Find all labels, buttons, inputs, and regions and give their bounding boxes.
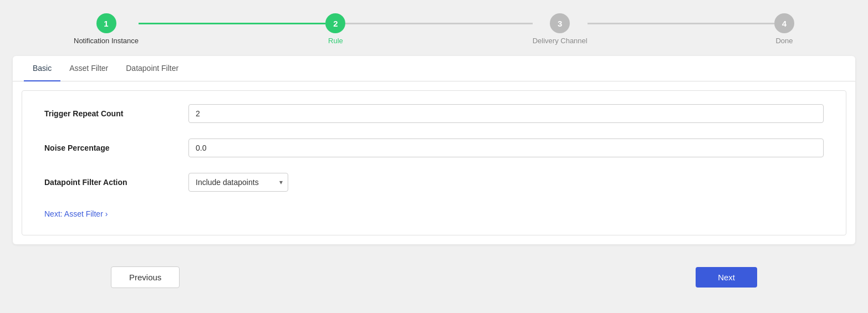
form-section: Trigger Repeat Count Noise Percentage Da…: [22, 90, 846, 235]
step-line-1: [139, 23, 325, 24]
tabs: Basic Asset Filter Datapoint Filter: [13, 56, 855, 81]
datapoint-filter-select[interactable]: Include datapoints Exclude datapoints: [188, 173, 288, 192]
step-line-2: [345, 23, 532, 24]
noise-percentage-row: Noise Percentage: [44, 138, 824, 157]
trigger-repeat-label: Trigger Repeat Count: [44, 109, 188, 118]
chevron-right-icon: ›: [105, 209, 108, 218]
next-button[interactable]: Next: [696, 267, 757, 288]
step-2-number: 2: [333, 19, 338, 28]
step-2-circle: 2: [325, 13, 345, 33]
step-4-circle: 4: [774, 13, 794, 33]
step-1-circle: 1: [96, 13, 116, 33]
step-3-number: 3: [558, 19, 562, 28]
noise-percentage-label: Noise Percentage: [44, 143, 188, 152]
step-1-label: Notification Instance: [74, 37, 139, 45]
card: Basic Asset Filter Datapoint Filter Trig…: [13, 56, 855, 244]
previous-button[interactable]: Previous: [111, 266, 180, 288]
datapoint-filter-action-label: Datapoint Filter Action: [44, 178, 188, 187]
step-3-label: Delivery Channel: [533, 37, 588, 45]
step-4-number: 4: [782, 19, 787, 28]
main-content: Basic Asset Filter Datapoint Filter Trig…: [0, 56, 868, 244]
step-1-number: 1: [104, 19, 108, 28]
tab-asset-filter[interactable]: Asset Filter: [60, 56, 117, 81]
step-3: 3 Delivery Channel: [533, 13, 588, 45]
stepper: 1 Notification Instance 2 Rule 3 Deliver…: [74, 13, 794, 45]
step-2: 2 Rule: [325, 13, 345, 45]
step-4-label: Done: [775, 37, 793, 45]
trigger-repeat-row: Trigger Repeat Count: [44, 104, 824, 123]
tab-datapoint-filter[interactable]: Datapoint Filter: [117, 56, 187, 81]
next-asset-filter-link[interactable]: Next: Asset Filter ›: [44, 209, 108, 218]
trigger-repeat-input[interactable]: [188, 104, 824, 123]
step-4: 4 Done: [774, 13, 794, 45]
datapoint-filter-select-wrapper: Include datapoints Exclude datapoints ▾: [188, 173, 288, 192]
noise-percentage-input[interactable]: [188, 138, 824, 157]
footer: Previous Next: [0, 250, 868, 305]
step-3-circle: 3: [550, 13, 570, 33]
step-1: 1 Notification Instance: [74, 13, 139, 45]
stepper-container: 1 Notification Instance 2 Rule 3 Deliver…: [0, 0, 868, 56]
step-2-label: Rule: [328, 37, 343, 45]
tab-basic[interactable]: Basic: [24, 56, 60, 81]
step-line-3: [588, 23, 774, 24]
datapoint-filter-action-row: Datapoint Filter Action Include datapoin…: [44, 173, 824, 192]
